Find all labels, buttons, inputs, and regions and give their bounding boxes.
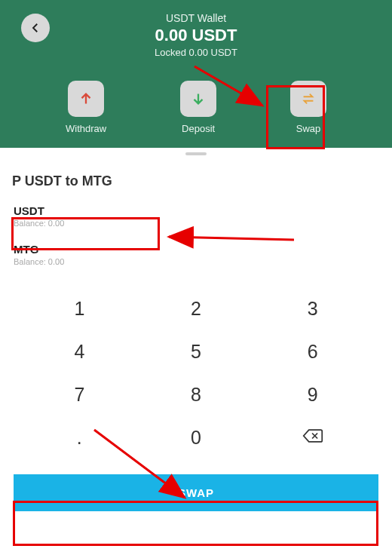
from-currency-name: USDT [14,204,378,217]
to-currency-balance: Balance: 0.00 [14,257,378,266]
key-9[interactable]: 9 [254,373,371,416]
key-3[interactable]: 3 [254,287,371,330]
deposit-action[interactable]: Deposit [180,81,216,134]
key-0[interactable]: 0 [138,416,255,459]
numeric-keypad: 1 2 3 4 5 6 7 8 9 . 0 [14,287,378,459]
key-2[interactable]: 2 [138,287,255,330]
swap-action[interactable]: Swap [290,81,326,134]
back-button[interactable] [21,14,50,42]
wallet-locked: Locked 0.00 USDT [14,47,378,58]
swap-sheet: P USDT to MTG USDT Balance: 0.00 MTG Bal… [0,173,392,459]
swap-icon [290,81,326,117]
backspace-icon [302,428,323,444]
withdraw-icon [68,81,104,117]
sheet-handle[interactable] [185,152,207,155]
action-row: Withdraw Deposit Swap [14,81,378,134]
key-7[interactable]: 7 [21,373,138,416]
withdraw-action[interactable]: Withdraw [66,81,106,134]
wallet-name: USDT Wallet [14,12,378,24]
key-1[interactable]: 1 [21,287,138,330]
from-currency-balance: Balance: 0.00 [14,219,378,228]
key-5[interactable]: 5 [138,330,255,373]
swap-label: Swap [296,123,321,134]
wallet-header: USDT Wallet 0.00 USDT Locked 0.00 USDT W… [0,0,392,148]
key-6[interactable]: 6 [254,330,371,373]
sheet-title: P USDT to MTG [12,173,378,189]
deposit-icon [180,81,216,117]
key-8[interactable]: 8 [138,373,255,416]
deposit-label: Deposit [182,123,215,134]
to-currency-name: MTG [14,243,378,256]
to-currency-block[interactable]: MTG Balance: 0.00 [14,243,378,266]
from-currency-block[interactable]: USDT Balance: 0.00 [14,204,378,228]
wallet-balance: 0.00 USDT [14,26,378,45]
withdraw-label: Withdraw [66,123,106,134]
swap-button[interactable]: SWAP [14,474,378,511]
key-backspace[interactable] [254,416,371,459]
key-dot[interactable]: . [21,416,138,459]
key-4[interactable]: 4 [21,330,138,373]
